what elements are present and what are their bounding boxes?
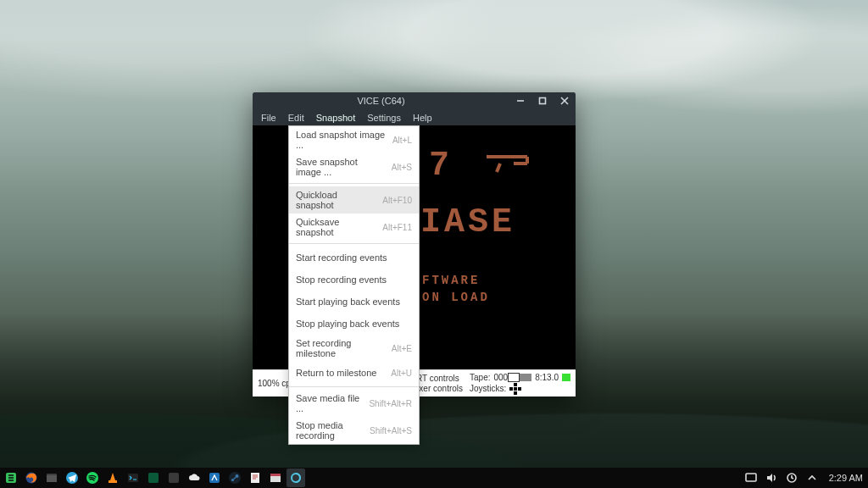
menu-help[interactable]: Help [408,111,437,125]
svg-rect-1 [540,98,546,104]
launcher-app-1[interactable] [144,469,163,487]
menuitem-set-milestone[interactable]: Set recording milestoneAlt+E [289,335,419,362]
menuitem-stop-recording[interactable]: Stop recording events [289,269,419,291]
menuitem-quickload-snapshot[interactable]: Quickload snapshotAlt+F10 [289,186,419,214]
c64-title-fragment-iase: IASE [420,203,515,241]
tray-volume-icon[interactable] [765,471,778,485]
menu-edit[interactable]: Edit [283,111,309,125]
menuitem-start-playback[interactable]: Start playing back events [289,291,419,313]
tray-show-desktop-icon[interactable] [744,471,758,485]
taskbar-launchers [0,468,305,488]
c64-line-onload: ON LOAD [422,291,490,304]
menuitem-stop-media[interactable]: Stop media recordingShift+Alt+S [289,417,419,444]
menu-separator [289,386,419,387]
menuitem-return-milestone[interactable]: Return to milestoneAlt+U [289,362,419,384]
svg-rect-14 [108,480,117,483]
vice-window: VICE (C64) File Edit Snapshot Settings H… [253,92,576,396]
c64-gun-glyph [485,152,536,186]
menubar: File Edit Snapshot Settings Help [253,109,576,125]
svg-rect-23 [251,473,259,483]
menu-separator [289,183,419,184]
menu-separator [289,243,419,244]
taskbar-clock[interactable]: 2:29 AM [829,473,863,483]
menu-snapshot[interactable]: Snapshot [311,111,360,125]
menuitem-save-media[interactable]: Save media file ...Shift+Alt+R [289,390,419,417]
launcher-steam[interactable] [225,469,244,487]
joysticks-status: Joysticks: [470,383,521,395]
svg-rect-17 [169,473,179,483]
window-title: VICE (C64) [253,96,509,106]
svg-line-7 [497,164,500,172]
launcher-vlc[interactable] [103,469,122,487]
menuitem-quicksave-snapshot[interactable]: Quicksave snapshotAlt+F11 [289,214,419,241]
tape-counter: 000 [494,373,509,382]
joystick-indicator-icon [509,383,521,395]
c64-line-software: FTWARE [422,274,480,287]
minimize-button[interactable] [509,92,531,109]
svg-rect-11 [47,475,57,482]
svg-point-20 [236,474,239,478]
desktop: VICE (C64) File Edit Snapshot Settings H… [0,0,868,488]
launcher-spotify[interactable] [83,469,102,487]
menu-settings[interactable]: Settings [362,111,406,125]
taskbar: 2:29 AM [0,468,868,488]
tape-label: Tape: [470,373,490,382]
launcher-telegram[interactable] [63,469,81,487]
launcher-app-3[interactable] [205,469,224,487]
window-controls [509,92,576,109]
svg-rect-27 [746,474,756,481]
menu-file[interactable]: File [256,111,281,125]
launcher-app-4[interactable] [266,469,285,487]
svg-rect-16 [148,473,159,483]
tape-progress-icon [520,374,531,381]
titlebar[interactable]: VICE (C64) [253,92,576,109]
menuitem-stop-playback[interactable]: Stop playing back events [289,313,419,335]
launcher-vice[interactable] [287,469,305,487]
tray-updates-icon[interactable] [785,471,798,485]
tape-time: 8:13.0 [535,373,559,382]
tray-chevron-up-icon[interactable] [805,471,819,485]
system-tray: 2:29 AM [744,468,868,488]
tape-led-icon [562,374,570,381]
launcher-app-2[interactable] [164,469,183,487]
joysticks-label: Joysticks: [470,384,506,393]
tape-box-icon [508,373,520,382]
snapshot-menu-dropdown: Load snapshot image ...Alt+L Save snapsh… [288,125,420,445]
menuitem-save-snapshot[interactable]: Save snapshot image ...Alt+S [289,153,419,180]
menuitem-start-recording[interactable]: Start recording events [289,247,419,269]
launcher-cloud[interactable] [185,469,203,487]
tape-status: Tape: 000 8:13.0 [470,373,570,382]
launcher-terminal[interactable] [124,469,142,487]
launcher-files[interactable] [42,469,61,487]
maximize-button[interactable] [531,92,554,109]
launcher-editor[interactable] [246,469,264,487]
svg-rect-15 [128,474,138,482]
close-button[interactable] [554,92,576,109]
menuitem-load-snapshot[interactable]: Load snapshot image ...Alt+L [289,126,419,153]
launcher-firefox[interactable] [22,469,41,487]
svg-rect-25 [270,474,281,476]
launcher-menu[interactable] [2,469,20,487]
